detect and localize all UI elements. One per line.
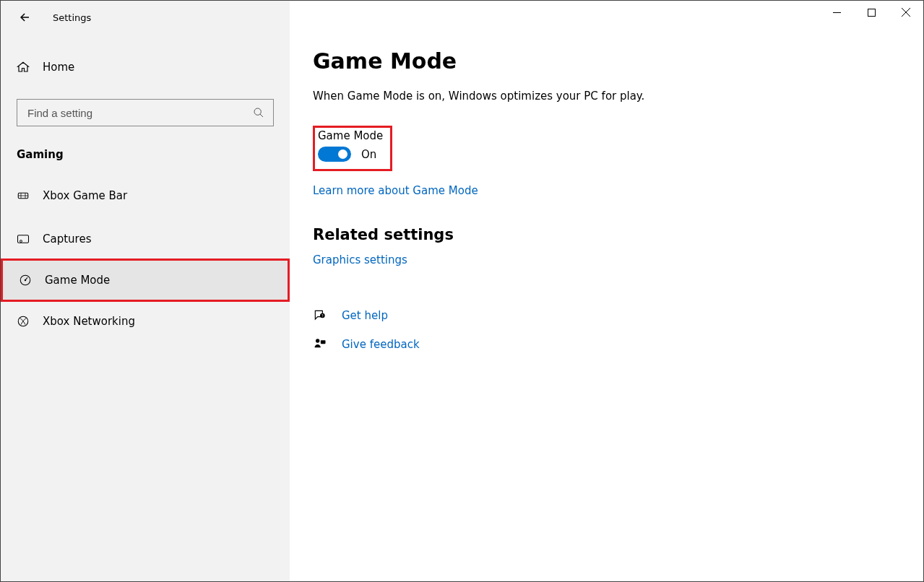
svg-point-14 <box>316 339 319 342</box>
svg-point-0 <box>254 108 261 115</box>
svg-rect-9 <box>868 9 875 16</box>
toggle-highlight: Game Mode On <box>313 126 392 171</box>
help-icon: ? <box>313 308 327 323</box>
window-controls <box>819 1 923 24</box>
search-input[interactable] <box>26 106 253 120</box>
svg-point-4 <box>20 240 22 243</box>
page-title: Game Mode <box>313 48 923 74</box>
sidebar-item-xbox-game-bar[interactable]: Xbox Game Bar <box>1 174 290 217</box>
game-mode-toggle[interactable] <box>318 147 351 162</box>
back-button[interactable] <box>17 9 33 25</box>
toggle-state-text: On <box>361 148 376 161</box>
home-icon <box>17 61 30 74</box>
sidebar-item-label: Game Mode <box>45 274 110 287</box>
sidebar-item-label: Xbox Game Bar <box>43 189 127 202</box>
search-icon <box>253 107 264 118</box>
toggle-knob <box>338 149 347 159</box>
sidebar: Settings Home Gaming Xbox Game Bar <box>1 1 290 581</box>
sidebar-item-game-mode[interactable]: Game Mode <box>3 261 288 300</box>
window-title: Settings <box>53 12 91 23</box>
related-settings-heading: Related settings <box>313 226 923 243</box>
xbox-icon <box>17 315 30 328</box>
sidebar-item-xbox-networking[interactable]: Xbox Networking <box>1 300 290 343</box>
toggle-row: On <box>318 147 383 162</box>
page-description: When Game Mode is on, Windows optimizes … <box>313 90 923 103</box>
svg-text:?: ? <box>321 313 324 318</box>
maximize-button[interactable] <box>854 1 889 24</box>
give-feedback-row[interactable]: Give feedback <box>313 330 923 359</box>
get-help-link[interactable]: Get help <box>342 309 388 322</box>
svg-line-1 <box>260 114 263 117</box>
minimize-button[interactable] <box>819 1 854 24</box>
category-header: Gaming <box>1 148 290 161</box>
maximize-icon <box>868 9 876 17</box>
svg-point-6 <box>25 279 26 281</box>
svg-rect-3 <box>18 235 29 243</box>
title-bar: Settings <box>1 1 290 34</box>
sidebar-item-highlight: Game Mode <box>1 259 290 302</box>
game-bar-icon <box>17 189 30 202</box>
sidebar-item-label: Xbox Networking <box>43 315 135 328</box>
feedback-icon <box>313 337 327 352</box>
learn-more-link[interactable]: Learn more about Game Mode <box>313 184 478 197</box>
home-button[interactable]: Home <box>1 53 290 82</box>
graphics-settings-link[interactable]: Graphics settings <box>313 253 407 266</box>
svg-rect-15 <box>321 340 326 344</box>
sidebar-item-captures[interactable]: Captures <box>1 217 290 261</box>
home-label: Home <box>43 61 74 74</box>
back-arrow-icon <box>18 11 31 24</box>
search-box[interactable] <box>17 99 274 126</box>
main-content: Game Mode When Game Mode is on, Windows … <box>290 1 923 581</box>
sidebar-item-label: Captures <box>43 233 91 246</box>
close-button[interactable] <box>889 1 923 24</box>
get-help-row[interactable]: ? Get help <box>313 301 923 330</box>
captures-icon <box>17 233 30 246</box>
close-icon <box>902 8 910 17</box>
toggle-label: Game Mode <box>318 129 383 142</box>
game-mode-icon <box>19 274 32 287</box>
minimize-icon <box>833 9 841 17</box>
give-feedback-link[interactable]: Give feedback <box>342 338 420 351</box>
